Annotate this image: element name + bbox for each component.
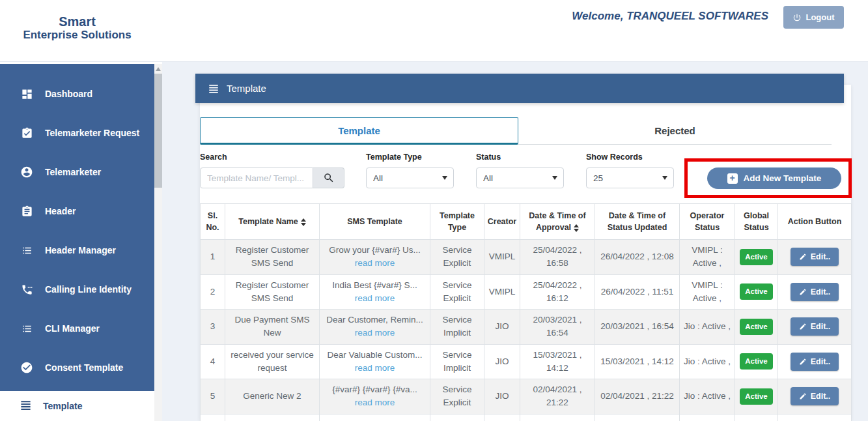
col-header-label: Date & Time of Status Updated [608, 211, 667, 232]
cell-creator: JIO [484, 379, 520, 414]
sidebar-item-dashboard[interactable]: Dashboard [0, 74, 154, 113]
sidebar-item-cli-manager[interactable]: CLI Manager [0, 309, 154, 348]
sidebar-item-label: Telemarketer [45, 167, 101, 177]
sms-text: {#var#} {#var#} {#va... [332, 385, 417, 394]
cell-template-type: Service Explicit [430, 379, 484, 414]
sidebar-item-header-manager[interactable]: Header Manager [0, 231, 154, 270]
tab-rejected[interactable]: Rejected [518, 117, 832, 145]
cell-date-updated: 02/04/2021 , 21:22 [595, 379, 680, 414]
sort-icon[interactable] [301, 218, 306, 226]
status-group: Status All [476, 152, 564, 188]
cell-action: Edit.. [778, 414, 852, 421]
template-icon [20, 399, 32, 414]
cell-action: Edit.. [778, 344, 852, 379]
edit-button[interactable]: Edit.. [791, 317, 839, 336]
sidebar-scrollbar[interactable] [154, 64, 162, 421]
show-records-select[interactable]: 25 [586, 167, 674, 188]
cell-sms-template: {#var#} {#var#} {#va... read more [320, 379, 430, 414]
cell-creator: JIO [484, 344, 520, 379]
scrollbar-thumb[interactable] [154, 74, 162, 188]
cell-creator: VMIPL [484, 240, 520, 275]
search-label: Search [200, 152, 344, 162]
edit-button[interactable]: Edit.. [791, 248, 839, 266]
calling-line-identity-icon [20, 283, 34, 296]
pencil-icon [799, 288, 807, 296]
brand-line1: Smart [0, 14, 154, 29]
cell-sms-template: Dear Valuable Custom... read more [320, 344, 430, 379]
template-type-select[interactable]: All [366, 167, 454, 188]
sms-text: Grow your {#var#} Us... [329, 245, 420, 255]
cell-template-name: Generic New 2 [225, 379, 320, 414]
edit-button[interactable]: Edit.. [791, 353, 839, 371]
edit-label: Edit.. [811, 357, 831, 366]
sms-text: Dear Valuable Custom... [327, 350, 422, 360]
sidebar-item-consent-template[interactable]: Consent Template [0, 348, 154, 387]
read-more-link[interactable]: read more [355, 328, 395, 338]
col-header-global-status: Global Status [735, 204, 778, 240]
cell-action: Edit.. [778, 274, 852, 310]
cell-date-approval: 02/04/2021 , 21:22 [520, 379, 595, 414]
tab-label: Rejected [654, 125, 695, 136]
cell-template-type: Service Implicit [430, 344, 484, 379]
pencil-icon [799, 392, 807, 400]
col-header-date-approval[interactable]: Date & Time of Approval [520, 204, 595, 240]
cell-global-status: Active [735, 274, 778, 310]
sidebar-item-label: Header [45, 206, 76, 216]
tab-label: Template [338, 125, 380, 136]
scroll-up-arrow-icon[interactable] [156, 67, 161, 71]
read-more-link[interactable]: read more [355, 293, 395, 303]
cell-date-updated [595, 414, 680, 421]
sidebar-item-calling-line-identity[interactable]: Calling Line Identity [0, 270, 154, 309]
col-header-date-status-updated: Date & Time of Status Updated [595, 204, 680, 240]
pencil-icon [799, 253, 807, 261]
cell-date-updated: 26/04/2022 , 12:08 [595, 240, 680, 275]
add-new-template-button[interactable]: + Add New Template [707, 167, 841, 189]
panel-header: Template [195, 74, 844, 103]
telemarketer-icon [20, 166, 34, 179]
edit-label: Edit.. [811, 322, 831, 331]
read-more-link[interactable]: read more [355, 363, 395, 373]
sidebar-item-label: Template [43, 401, 82, 411]
edit-button[interactable]: Edit.. [791, 387, 839, 405]
add-label: Add New Template [744, 173, 822, 183]
cell-sms-template: India Best {#var#} S... read more [320, 274, 430, 310]
edit-label: Edit.. [811, 392, 831, 401]
read-more-link[interactable]: read more [355, 258, 395, 268]
panel-title: Template [227, 83, 266, 94]
sidebar-item-template[interactable]: Template [0, 391, 154, 421]
sidebar-item-label: Dashboard [45, 89, 92, 99]
cell-sl-no: 1 [201, 240, 225, 275]
search-button[interactable] [313, 167, 344, 188]
tab-template[interactable]: Template [200, 117, 518, 145]
cell-sl-no: 3 [201, 310, 225, 345]
sms-text: Dear Customer, Remin... [326, 315, 423, 325]
sidebar-item-telemarketer[interactable]: Telemarketer [0, 152, 154, 192]
sort-icon[interactable] [574, 224, 579, 232]
col-header-label: Global Status [744, 211, 769, 232]
pencil-icon [799, 358, 807, 366]
cell-date-updated: 26/04/2022 , 11:51 [595, 274, 680, 310]
sms-text: India Best {#var#} S... [332, 280, 417, 290]
sidebar-item-telemarketer-request[interactable]: Telemarketer Request [0, 113, 154, 152]
cell-operator-status: VMIPL : Active , [680, 240, 735, 275]
dashboard-icon [20, 88, 34, 100]
sidebar-item-label: Consent Template [45, 362, 123, 373]
read-more-link[interactable]: read more [355, 398, 395, 407]
col-header-template-name[interactable]: Template Name [225, 204, 320, 240]
show-records-group: Show Records 25 [586, 152, 674, 188]
col-header-sms-template: SMS Template [320, 204, 430, 240]
cell-global-status [735, 414, 778, 421]
status-select[interactable]: All [476, 167, 564, 188]
sidebar-item-header[interactable]: Header [0, 192, 154, 231]
sidebar-item-label: Header Manager [45, 245, 116, 255]
logout-button[interactable]: Logout [783, 6, 844, 29]
col-header-label: Action Button [788, 217, 842, 226]
cell-action: Edit.. [778, 379, 852, 414]
search-input[interactable] [200, 167, 313, 188]
status-badge: Active [740, 388, 773, 405]
cell-action: Edit.. [778, 240, 852, 275]
edit-button[interactable]: Edit.. [791, 283, 839, 301]
add-icon: + [727, 173, 738, 184]
filter-bar: Search Template Type All [200, 152, 851, 203]
header-manager-icon [20, 244, 34, 257]
